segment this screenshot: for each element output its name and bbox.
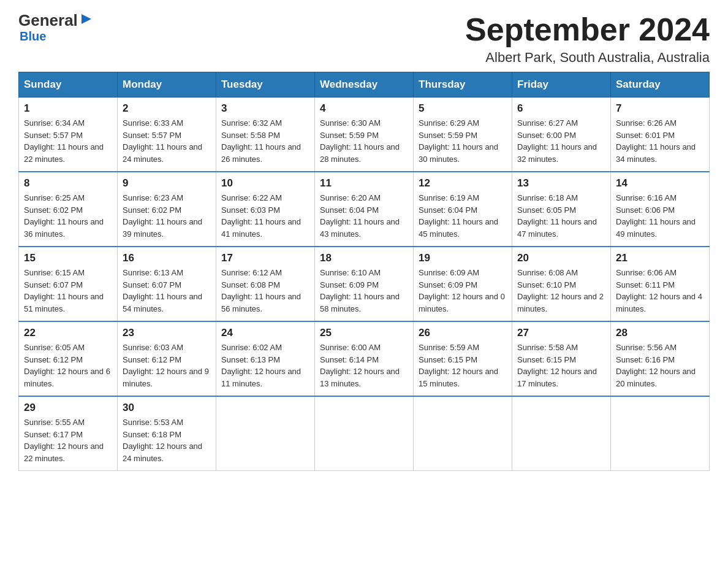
calendar-cell-w4-d2: 24 Sunrise: 6:02 AM Sunset: 6:13 PM Dayl… — [216, 321, 315, 396]
calendar-cell-w5-d5 — [512, 396, 611, 471]
calendar-cell-w4-d6: 28 Sunrise: 5:56 AM Sunset: 6:16 PM Dayl… — [611, 321, 710, 396]
calendar-cell-w5-d1: 30 Sunrise: 5:53 AM Sunset: 6:18 PM Dayl… — [118, 396, 216, 471]
day-info: Sunrise: 6:12 AM Sunset: 6:08 PM Dayligh… — [221, 267, 309, 315]
day-info: Sunrise: 6:30 AM Sunset: 5:59 PM Dayligh… — [320, 117, 408, 165]
day-number: 6 — [517, 102, 605, 115]
day-number: 16 — [123, 252, 211, 264]
calendar-cell-w3-d3: 18 Sunrise: 6:10 AM Sunset: 6:09 PM Dayl… — [315, 247, 414, 321]
day-number: 21 — [616, 252, 704, 264]
day-info: Sunrise: 6:34 AM Sunset: 5:57 PM Dayligh… — [24, 117, 112, 165]
day-number: 5 — [419, 102, 507, 115]
day-info: Sunrise: 6:29 AM Sunset: 5:59 PM Dayligh… — [419, 117, 507, 165]
day-info: Sunrise: 6:25 AM Sunset: 6:02 PM Dayligh… — [24, 192, 112, 240]
calendar-cell-w4-d4: 26 Sunrise: 5:59 AM Sunset: 6:15 PM Dayl… — [414, 321, 512, 396]
logo: General Blue — [18, 12, 95, 44]
calendar-cell-w5-d4 — [414, 396, 512, 471]
day-number: 23 — [123, 327, 211, 339]
day-number: 10 — [221, 177, 309, 190]
day-number: 1 — [24, 102, 112, 115]
day-number: 2 — [123, 102, 211, 115]
calendar-cell-w3-d5: 20 Sunrise: 6:08 AM Sunset: 6:10 PM Dayl… — [512, 247, 611, 321]
calendar-cell-w3-d1: 16 Sunrise: 6:13 AM Sunset: 6:07 PM Dayl… — [118, 247, 216, 321]
day-info: Sunrise: 6:20 AM Sunset: 6:04 PM Dayligh… — [320, 192, 408, 240]
day-info: Sunrise: 6:16 AM Sunset: 6:06 PM Dayligh… — [616, 192, 704, 240]
day-number: 12 — [419, 177, 507, 190]
day-number: 3 — [221, 102, 309, 115]
calendar-cell-w1-d5: 6 Sunrise: 6:27 AM Sunset: 6:00 PM Dayli… — [512, 98, 611, 172]
day-info: Sunrise: 6:08 AM Sunset: 6:10 PM Dayligh… — [517, 267, 605, 315]
calendar-cell-w1-d2: 3 Sunrise: 6:32 AM Sunset: 5:58 PM Dayli… — [216, 98, 315, 172]
calendar-week-1: 1 Sunrise: 6:34 AM Sunset: 5:57 PM Dayli… — [19, 98, 710, 172]
day-number: 18 — [320, 252, 408, 264]
day-info: Sunrise: 5:53 AM Sunset: 6:18 PM Dayligh… — [123, 416, 211, 464]
day-info: Sunrise: 6:09 AM Sunset: 6:09 PM Dayligh… — [419, 267, 507, 315]
day-info: Sunrise: 6:26 AM Sunset: 6:01 PM Dayligh… — [616, 117, 704, 165]
calendar-cell-w2-d6: 14 Sunrise: 6:16 AM Sunset: 6:06 PM Dayl… — [611, 172, 710, 247]
calendar-week-2: 8 Sunrise: 6:25 AM Sunset: 6:02 PM Dayli… — [19, 172, 710, 247]
header-thursday: Thursday — [414, 72, 512, 98]
day-info: Sunrise: 6:00 AM Sunset: 6:14 PM Dayligh… — [320, 342, 408, 389]
day-number: 15 — [24, 252, 112, 264]
day-number: 4 — [320, 102, 408, 115]
header-wednesday: Wednesday — [315, 72, 414, 98]
calendar-cell-w5-d0: 29 Sunrise: 5:55 AM Sunset: 6:17 PM Dayl… — [19, 396, 118, 471]
calendar-week-4: 22 Sunrise: 6:05 AM Sunset: 6:12 PM Dayl… — [19, 321, 710, 396]
calendar-cell-w1-d3: 4 Sunrise: 6:30 AM Sunset: 5:59 PM Dayli… — [315, 98, 414, 172]
logo-general-text: General — [18, 12, 78, 28]
day-number: 24 — [221, 327, 309, 339]
day-number: 28 — [616, 327, 704, 339]
header-friday: Friday — [512, 72, 611, 98]
day-number: 25 — [320, 327, 408, 339]
logo-triangle-icon — [79, 12, 94, 26]
calendar-cell-w1-d0: 1 Sunrise: 6:34 AM Sunset: 5:57 PM Dayli… — [19, 98, 118, 172]
calendar-cell-w2-d4: 12 Sunrise: 6:19 AM Sunset: 6:04 PM Dayl… — [414, 172, 512, 247]
calendar-cell-w2-d5: 13 Sunrise: 6:18 AM Sunset: 6:05 PM Dayl… — [512, 172, 611, 247]
calendar-cell-w2-d1: 9 Sunrise: 6:23 AM Sunset: 6:02 PM Dayli… — [118, 172, 216, 247]
calendar-cell-w4-d0: 22 Sunrise: 6:05 AM Sunset: 6:12 PM Dayl… — [19, 321, 118, 396]
day-info: Sunrise: 6:27 AM Sunset: 6:00 PM Dayligh… — [517, 117, 605, 165]
calendar-title: September 2024 — [465, 12, 710, 47]
calendar-cell-w2-d0: 8 Sunrise: 6:25 AM Sunset: 6:02 PM Dayli… — [19, 172, 118, 247]
calendar-cell-w3-d6: 21 Sunrise: 6:06 AM Sunset: 6:11 PM Dayl… — [611, 247, 710, 321]
day-number: 27 — [517, 327, 605, 339]
calendar-cell-w4-d5: 27 Sunrise: 5:58 AM Sunset: 6:15 PM Dayl… — [512, 321, 611, 396]
day-info: Sunrise: 6:06 AM Sunset: 6:11 PM Dayligh… — [616, 267, 704, 315]
svg-marker-0 — [82, 14, 91, 24]
calendar-week-3: 15 Sunrise: 6:15 AM Sunset: 6:07 PM Dayl… — [19, 247, 710, 321]
calendar-cell-w5-d2 — [216, 396, 315, 471]
calendar-cell-w4-d1: 23 Sunrise: 6:03 AM Sunset: 6:12 PM Dayl… — [118, 321, 216, 396]
header-sunday: Sunday — [19, 72, 118, 98]
calendar-week-5: 29 Sunrise: 5:55 AM Sunset: 6:17 PM Dayl… — [19, 396, 710, 471]
day-number: 29 — [24, 402, 112, 414]
day-info: Sunrise: 6:19 AM Sunset: 6:04 PM Dayligh… — [419, 192, 507, 240]
header-monday: Monday — [118, 72, 216, 98]
calendar-cell-w2-d2: 10 Sunrise: 6:22 AM Sunset: 6:03 PM Dayl… — [216, 172, 315, 247]
calendar-header-row: SundayMondayTuesdayWednesdayThursdayFrid… — [19, 72, 710, 98]
header-tuesday: Tuesday — [216, 72, 315, 98]
calendar-cell-w1-d6: 7 Sunrise: 6:26 AM Sunset: 6:01 PM Dayli… — [611, 98, 710, 172]
day-info: Sunrise: 5:56 AM Sunset: 6:16 PM Dayligh… — [616, 342, 704, 389]
day-info: Sunrise: 5:58 AM Sunset: 6:15 PM Dayligh… — [517, 342, 605, 389]
day-number: 13 — [517, 177, 605, 190]
day-info: Sunrise: 5:55 AM Sunset: 6:17 PM Dayligh… — [24, 416, 112, 464]
logo-blue-text: Blue — [20, 29, 46, 44]
day-number: 22 — [24, 327, 112, 339]
calendar-cell-w1-d1: 2 Sunrise: 6:33 AM Sunset: 5:57 PM Dayli… — [118, 98, 216, 172]
day-info: Sunrise: 6:13 AM Sunset: 6:07 PM Dayligh… — [123, 267, 211, 315]
calendar-cell-w3-d0: 15 Sunrise: 6:15 AM Sunset: 6:07 PM Dayl… — [19, 247, 118, 321]
page-header: General Blue September 2024 Albert Park,… — [18, 12, 710, 66]
day-info: Sunrise: 6:32 AM Sunset: 5:58 PM Dayligh… — [221, 117, 309, 165]
day-number: 19 — [419, 252, 507, 264]
day-number: 30 — [123, 402, 211, 414]
logo-text: General — [18, 12, 95, 28]
day-info: Sunrise: 6:02 AM Sunset: 6:13 PM Dayligh… — [221, 342, 309, 389]
day-info: Sunrise: 6:03 AM Sunset: 6:12 PM Dayligh… — [123, 342, 211, 389]
title-area: September 2024 Albert Park, South Austra… — [465, 12, 710, 66]
day-info: Sunrise: 6:18 AM Sunset: 6:05 PM Dayligh… — [517, 192, 605, 240]
calendar-cell-w1-d4: 5 Sunrise: 6:29 AM Sunset: 5:59 PM Dayli… — [414, 98, 512, 172]
calendar-subtitle: Albert Park, South Australia, Australia — [465, 50, 710, 66]
calendar-table: SundayMondayTuesdayWednesdayThursdayFrid… — [18, 72, 710, 471]
day-number: 20 — [517, 252, 605, 264]
calendar-cell-w5-d6 — [611, 396, 710, 471]
calendar-cell-w2-d3: 11 Sunrise: 6:20 AM Sunset: 6:04 PM Dayl… — [315, 172, 414, 247]
